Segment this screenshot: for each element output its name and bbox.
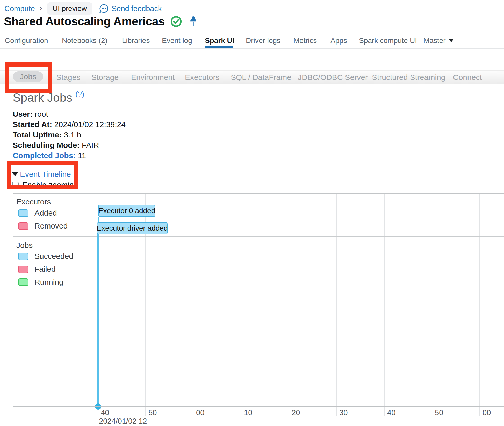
legend-swatch-removed (18, 222, 28, 230)
info-total-uptime: Total Uptime: 3.1 h (13, 130, 81, 139)
subtab-executors[interactable]: Executors (185, 72, 219, 83)
legend-item-failed: Failed (18, 265, 56, 274)
subtab-structured-streaming[interactable]: Structured Streaming (372, 72, 445, 83)
gridline (289, 194, 289, 406)
breadcrumb: Compute › UI preview Send feedback (4, 2, 162, 15)
send-feedback-label: Send feedback (112, 4, 162, 13)
subtab-sql-dataframe[interactable]: SQL / DataFrame (231, 72, 291, 83)
chart-border-top (13, 193, 504, 194)
breadcrumb-separator: › (40, 4, 42, 12)
axis-tick-label: 50 (148, 408, 157, 417)
info-started-at: Started At: 2024/01/02 12:39:24 (13, 120, 126, 128)
pin-icon[interactable] (189, 16, 197, 27)
tab-apps[interactable]: Apps (330, 35, 347, 46)
legend-label-running: Running (34, 278, 63, 287)
send-feedback-button[interactable]: Send feedback (99, 3, 162, 14)
gridline (193, 194, 193, 406)
status-running-check-icon (170, 16, 182, 27)
axis-tick-label: 10 (244, 408, 252, 417)
breadcrumb-compute-link[interactable]: Compute (4, 4, 35, 13)
chevron-down-icon (449, 39, 453, 42)
event-timeline-toggle[interactable]: Event Timeline (12, 170, 71, 179)
section-label-jobs: Jobs (16, 241, 33, 250)
spark-subtab-bar: Jobs Stages Storage Environment Executor… (0, 70, 504, 84)
axis-tick (241, 407, 241, 416)
axis-tick-label: 00 (196, 408, 204, 417)
executors-jobs-divider (13, 236, 504, 237)
legend-item-removed: Removed (18, 222, 68, 230)
subtab-stages[interactable]: Stages (56, 72, 80, 83)
axis-tick (336, 407, 337, 416)
legend-label-removed: Removed (34, 222, 68, 230)
axis-date-label: 2024/01/02 12 (99, 417, 147, 425)
axis-tick (432, 407, 432, 416)
tab-configuration[interactable]: Configuration (5, 35, 48, 46)
spark-jobs-heading: Spark Jobs(?) (13, 90, 84, 105)
section-label-executors: Executors (16, 197, 51, 206)
info-scheduling-value: FAIR (82, 141, 99, 149)
axis-tick (384, 407, 385, 416)
info-user-label: User: (13, 110, 33, 118)
legend-swatch-added (18, 209, 28, 217)
axis-tick-label: 40 (387, 408, 395, 417)
axis-tick (145, 407, 146, 416)
enable-zooming-label: Enable zooming (22, 181, 78, 189)
tab-driver-logs[interactable]: Driver logs (246, 35, 280, 46)
tab-spark-compute-ui-master-label: Spark compute UI - Master (359, 36, 446, 45)
axis-tick-label: 00 (483, 408, 491, 417)
tab-libraries[interactable]: Libraries (122, 35, 150, 46)
axis-tick (289, 407, 289, 416)
subtab-storage[interactable]: Storage (91, 72, 119, 83)
axis-tick-label: 30 (339, 408, 348, 417)
timeline-event-executor-0-added[interactable]: Executor 0 added (98, 205, 155, 217)
time-axis-line (13, 406, 504, 407)
enable-zooming-checkbox[interactable] (12, 182, 19, 188)
tab-event-log[interactable]: Event log (162, 35, 192, 46)
breadcrumb-chip-ui-preview: UI preview (47, 2, 92, 15)
legend-item-added: Added (18, 209, 57, 217)
completed-jobs-value: 11 (78, 151, 86, 160)
axis-tick (98, 407, 98, 416)
spark-jobs-heading-text: Spark Jobs (13, 91, 72, 104)
event-timeline-label: Event Timeline (20, 170, 71, 179)
timeline-event-executor-driver-added[interactable]: Executor driver added (97, 222, 168, 234)
event-timeline-chart: Executors Added Removed Jobs Succeeded F… (13, 193, 504, 426)
event-line-executor-driver (97, 234, 98, 406)
axis-tick-label: 50 (435, 408, 443, 417)
collapse-triangle-icon (12, 172, 18, 176)
tab-notebooks[interactable]: Notebooks (2) (62, 35, 107, 46)
event-line-executor-0 (98, 217, 99, 406)
legend-swatch-running (18, 278, 28, 286)
chart-border-left (13, 193, 13, 426)
gridline (336, 194, 337, 406)
chart-border-bottom (13, 425, 504, 425)
axis-tick-label: 40 (101, 408, 109, 417)
gridline (384, 194, 385, 406)
enable-zooming-row: Enable zooming (12, 181, 78, 189)
info-uptime-label: Total Uptime: (13, 130, 62, 139)
subtab-jdbc-odbc-server[interactable]: JDBC/ODBC Server (298, 72, 368, 83)
help-link[interactable]: (?) (75, 90, 84, 98)
info-scheduling-mode: Scheduling Mode: FAIR (13, 141, 99, 149)
subtab-environment[interactable]: Environment (131, 72, 175, 83)
gridline (479, 194, 480, 406)
legend-item-succeeded: Succeeded (18, 252, 73, 261)
legend-column-divider (96, 193, 96, 426)
info-user-value: root (35, 110, 48, 118)
axis-tick-label: 20 (292, 408, 300, 417)
legend-label-failed: Failed (34, 265, 56, 274)
tab-bar-divider (0, 48, 504, 49)
legend-swatch-failed (18, 266, 28, 273)
info-started-value: 2024/01/02 12:39:24 (54, 120, 126, 129)
chat-bubble-icon (99, 3, 109, 14)
title-row: Shared Autoscaling Americas (4, 14, 197, 29)
page: Compute › UI preview Send feedback Share… (0, 0, 504, 426)
completed-jobs-link[interactable]: Completed Jobs: (13, 151, 76, 160)
axis-tick (193, 407, 193, 416)
info-user: User: root (13, 110, 48, 118)
subtab-jobs[interactable]: Jobs (13, 71, 43, 82)
tab-spark-compute-ui-master[interactable]: Spark compute UI - Master (359, 35, 453, 46)
tab-metrics[interactable]: Metrics (293, 35, 317, 46)
tab-spark-ui[interactable]: Spark UI (205, 35, 234, 46)
subtab-connect[interactable]: Connect (453, 72, 482, 83)
